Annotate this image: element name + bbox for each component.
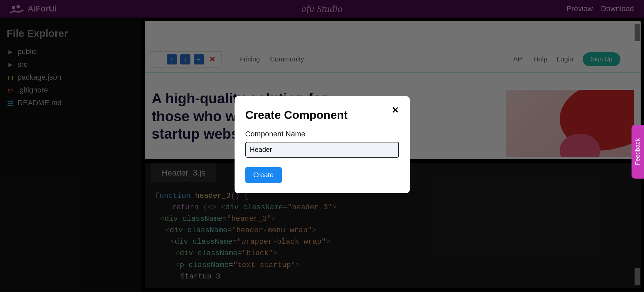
modal-header: Create Component ✕	[245, 108, 399, 122]
component-name-label: Component Name	[245, 130, 399, 138]
modal-title: Create Component	[245, 108, 348, 122]
close-icon[interactable]: ✕	[392, 105, 399, 115]
component-name-input[interactable]	[245, 142, 399, 158]
create-button[interactable]: Create	[245, 167, 282, 183]
create-component-modal: Create Component ✕ Component Name Create	[235, 96, 410, 193]
feedback-tab[interactable]: Feedback	[632, 125, 644, 179]
